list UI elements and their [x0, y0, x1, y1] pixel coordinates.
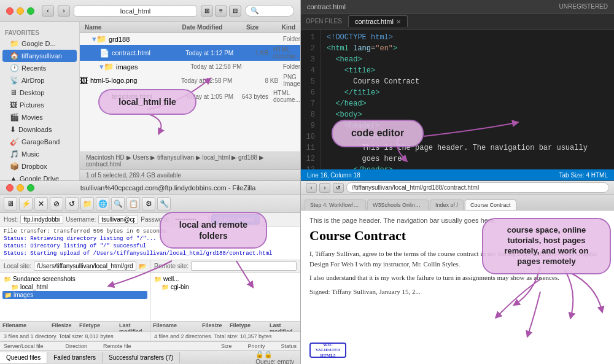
fz-tool-remotedir[interactable]: 🌐: [96, 197, 109, 211]
browser-tab-index[interactable]: Index of /: [430, 199, 464, 210]
tab-close-icon[interactable]: ✕: [396, 18, 401, 25]
fz-local-site-input[interactable]: [34, 261, 136, 271]
close-button[interactable]: [6, 7, 14, 15]
fz-tree-item[interactable]: 📁 local_html: [2, 283, 147, 291]
fz-tree-item[interactable]: 📁 Sundance screenshots: [2, 275, 147, 283]
sidebar-item-googledrive2[interactable]: ▲ Google Drive: [0, 172, 79, 180]
browser-forward-button[interactable]: ›: [319, 183, 330, 193]
code-editor-text[interactable]: <!DOCTYPE html> <html lang="en"> <head> …: [321, 29, 614, 169]
editor-tab-contract[interactable]: contract.html ✕: [348, 15, 408, 27]
browser-paragraph-1: I, Tiffany Sullivan, agree to be the ter…: [309, 249, 605, 269]
fz-title: tsullivan%40cpccagd.com@ftp.lindydobbins…: [42, 184, 294, 192]
table-row[interactable]: 📄 template.html Today at 1:05 PM 643 byt…: [80, 88, 300, 104]
sidebar-item-home[interactable]: 🏠 tiffanysullivan: [2, 50, 77, 62]
finder-search-input[interactable]: 🔍: [245, 5, 294, 17]
fz-tree-item[interactable]: 📁 images: [2, 291, 147, 299]
code-line: goes here.: [327, 153, 608, 165]
fz-local-pane: 📁 Sundance screenshots 📁 local_html 📁 im…: [0, 273, 150, 341]
table-row[interactable]: 📄 contract.html Today at 1:12 PM 1 KB HT…: [80, 45, 300, 61]
fz-tree-item[interactable]: 📁 well...: [153, 275, 298, 283]
code-line: </title>: [327, 87, 608, 98]
browser-tab-contract[interactable]: Course Contract: [465, 199, 516, 210]
fz-tab-queued[interactable]: Queued files: [0, 352, 47, 363]
fz-log-line: Status: Directory listing of "/" success…: [4, 242, 297, 250]
fz-maximize-button[interactable]: [27, 184, 34, 192]
minimize-button[interactable]: [17, 7, 24, 15]
fz-close-button[interactable]: [6, 184, 14, 192]
col-header-kind: Kind: [277, 24, 300, 31]
fz-quickconnect-button[interactable]: Quickconnect: [211, 214, 260, 225]
view-list-btn[interactable]: ≡: [215, 6, 227, 17]
fz-local-browse-icon[interactable]: 📂: [139, 263, 146, 269]
folder-icon: 📁: [161, 284, 169, 290]
fz-queue-status: 🔒🔒 Queue: empty: [249, 349, 300, 365]
fz-minimize-button[interactable]: [17, 184, 24, 192]
fz-tool-filter[interactable]: 🔧: [157, 197, 171, 211]
html-file-icon: 📄: [99, 48, 109, 58]
browser-tab-step4[interactable]: Step 4: Workflow/Comm...: [305, 199, 366, 210]
browser-reload-button[interactable]: ↺: [333, 183, 344, 193]
view-icon-btn[interactable]: ⊞: [201, 6, 213, 17]
sidebar-item-desktop[interactable]: 🖥 Desktop: [0, 87, 79, 99]
fz-host-input[interactable]: [20, 215, 63, 224]
browser-paragraph-3: Signed: Tiffany Sullivan, January 15, 2.…: [309, 287, 605, 297]
sidebar-item-music[interactable]: 🎵 Music: [0, 148, 79, 160]
sidebar-item-google-drive[interactable]: 📁 Google D...: [0, 37, 79, 50]
fz-tool-reconnect[interactable]: ↺: [65, 197, 79, 211]
editor-mode: Tab Size: 4 HTML: [559, 172, 608, 179]
browser-content-area: This is the page header. The navigation …: [301, 211, 614, 364]
code-line: </header>: [327, 165, 608, 169]
sidebar-item-movies[interactable]: 🎬 Movies: [0, 111, 79, 123]
table-row[interactable]: ▾📁 images Today at 12:58 PM Folder: [80, 61, 300, 72]
fz-toolbar: 🖥 ⚡ ✕ ⊘ ↺ 📁 🌐 🔍 📋 ⚙ 🔧: [0, 195, 300, 213]
music-icon: 🎵: [10, 150, 19, 158]
fz-username-input[interactable]: [98, 215, 138, 224]
fz-tree-item[interactable]: 📁 cgi-bin: [153, 283, 298, 291]
fz-password-input[interactable]: [172, 215, 209, 224]
code-line: <head>: [327, 54, 608, 65]
table-row[interactable]: ▾📁 grd188 Folder: [80, 33, 300, 45]
fz-remote-file-list: Filename Filesize Filetype Last modified…: [150, 322, 300, 331]
fz-tool-search[interactable]: 🔍: [111, 197, 125, 211]
fz-tool-cancel[interactable]: ⊘: [50, 197, 63, 211]
fz-tool-settings[interactable]: ⚙: [142, 197, 155, 211]
code-line: <html lang="en">: [327, 43, 608, 54]
browser-back-button[interactable]: ‹: [306, 183, 317, 193]
back-button[interactable]: ‹: [42, 6, 54, 17]
fz-tab-successful[interactable]: Successful transfers (7): [103, 352, 180, 363]
png-file-icon: 🖼: [80, 76, 88, 85]
sidebar-item-downloads[interactable]: ⬇ Downloads: [0, 123, 79, 136]
maximize-button[interactable]: [27, 7, 34, 15]
fz-tool-disconnect[interactable]: ✕: [34, 197, 48, 211]
forward-button[interactable]: ›: [58, 6, 70, 17]
fz-remote-tree: 📁 well... 📁 cgi-bin: [150, 273, 300, 322]
folder-icon: 📁: [4, 276, 11, 282]
sidebar-item-airdrop[interactable]: 📡 AirDrop: [0, 74, 79, 87]
folder-icon: 📁: [4, 292, 12, 298]
sidebar-item-dropbox[interactable]: 📦 Dropbox: [0, 160, 79, 172]
sidebar-item-recents[interactable]: 🕐 Recents: [0, 62, 79, 74]
sidebar-item-garageband[interactable]: 🎸 GarageBand: [0, 136, 79, 148]
sidebar-item-pictures[interactable]: 🖼 Pictures: [0, 99, 79, 111]
browser-tab-w3schools[interactable]: W3Schools Online Web Tu...: [367, 199, 429, 210]
fz-tool-site[interactable]: 🖥: [4, 197, 17, 211]
view-col-btn[interactable]: ⊟: [229, 6, 241, 17]
fz-tool-connect[interactable]: ⚡: [19, 197, 33, 211]
fz-log-line: Status: Starting upload of /Users/tiffan…: [4, 250, 297, 257]
editor-tabs-bar: OPEN FILES contract.html ✕: [301, 14, 614, 29]
fz-tool-queue[interactable]: 📋: [126, 197, 140, 211]
fz-tab-failed[interactable]: Failed transfers: [47, 352, 103, 363]
folder-icon: 📁: [11, 284, 18, 290]
browser-page-title: Course Contract: [309, 228, 605, 244]
code-line: <header>: [327, 131, 608, 142]
table-row[interactable]: 🖼 html-5-logo.png Today at 12:58 PM 8 KB…: [80, 72, 300, 88]
fz-log-panel: File transfer: transferred 596 bytes in …: [0, 227, 300, 260]
fz-remote-site-input[interactable]: [191, 261, 297, 271]
fz-local-status: 3 files and 1 directory. Total size: 8,0…: [0, 331, 150, 341]
fz-log-line: File transfer: transferred 596 bytes in …: [4, 228, 297, 235]
editor-statusbar: Line 16, Column 18 Tab Size: 4 HTML: [301, 169, 614, 180]
browser-url-bar[interactable]: //tiffanysullivan/local_html/grd188/cont…: [346, 182, 609, 193]
folder-expand-icon2: ▾📁: [99, 62, 114, 71]
fz-tool-localdir[interactable]: 📁: [80, 197, 94, 211]
airdrop-icon: 📡: [10, 76, 19, 85]
